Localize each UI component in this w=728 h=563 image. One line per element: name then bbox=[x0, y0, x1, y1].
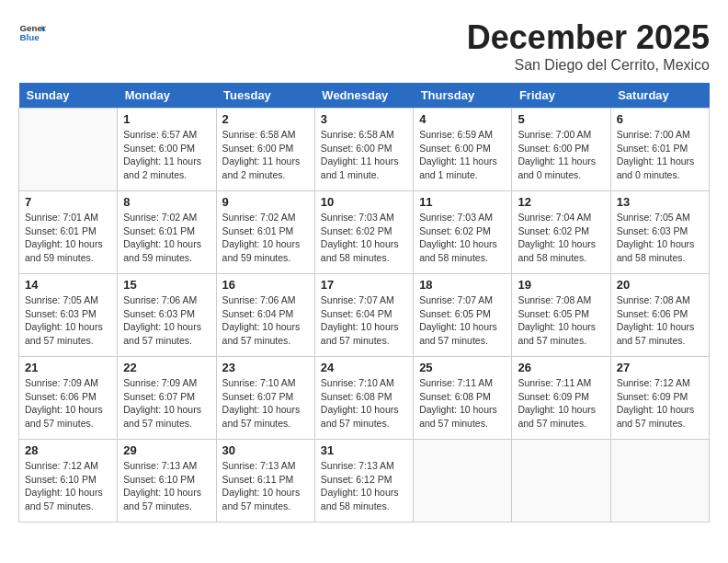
calendar-table: SundayMondayTuesdayWednesdayThursdayFrid… bbox=[18, 83, 710, 523]
calendar-cell: 17Sunrise: 7:07 AM Sunset: 6:04 PM Dayli… bbox=[314, 274, 413, 357]
calendar-week-4: 21Sunrise: 7:09 AM Sunset: 6:06 PM Dayli… bbox=[19, 357, 710, 440]
calendar-cell: 27Sunrise: 7:12 AM Sunset: 6:09 PM Dayli… bbox=[610, 357, 709, 440]
day-info: Sunrise: 7:10 AM Sunset: 6:08 PM Dayligh… bbox=[321, 376, 407, 431]
day-info: Sunrise: 7:05 AM Sunset: 6:03 PM Dayligh… bbox=[25, 293, 111, 348]
calendar-cell: 15Sunrise: 7:06 AM Sunset: 6:03 PM Dayli… bbox=[118, 274, 216, 357]
calendar-cell: 8Sunrise: 7:02 AM Sunset: 6:01 PM Daylig… bbox=[118, 191, 216, 274]
calendar-week-5: 28Sunrise: 7:12 AM Sunset: 6:10 PM Dayli… bbox=[19, 440, 710, 523]
day-number: 3 bbox=[321, 112, 407, 126]
calendar-cell: 30Sunrise: 7:13 AM Sunset: 6:11 PM Dayli… bbox=[216, 440, 314, 523]
calendar-cell bbox=[414, 440, 512, 523]
day-info: Sunrise: 7:11 AM Sunset: 6:08 PM Dayligh… bbox=[419, 376, 506, 431]
calendar-cell: 22Sunrise: 7:09 AM Sunset: 6:07 PM Dayli… bbox=[118, 357, 216, 440]
day-number: 9 bbox=[222, 195, 309, 209]
calendar-cell: 23Sunrise: 7:10 AM Sunset: 6:07 PM Dayli… bbox=[216, 357, 314, 440]
calendar-week-2: 7Sunrise: 7:01 AM Sunset: 6:01 PM Daylig… bbox=[19, 191, 710, 274]
calendar-header-row: SundayMondayTuesdayWednesdayThursdayFrid… bbox=[19, 83, 710, 109]
calendar-body: 1Sunrise: 6:57 AM Sunset: 6:00 PM Daylig… bbox=[19, 109, 710, 523]
page-header: General Blue December 2025 San Diego del… bbox=[18, 18, 710, 74]
day-number: 21 bbox=[25, 361, 111, 374]
calendar-cell: 25Sunrise: 7:11 AM Sunset: 6:08 PM Dayli… bbox=[414, 357, 512, 440]
day-number: 22 bbox=[123, 361, 210, 374]
location: San Diego del Cerrito, Mexico bbox=[467, 57, 710, 74]
day-info: Sunrise: 7:09 AM Sunset: 6:06 PM Dayligh… bbox=[25, 376, 111, 431]
calendar-cell: 18Sunrise: 7:07 AM Sunset: 6:05 PM Dayli… bbox=[414, 274, 512, 357]
day-number: 17 bbox=[321, 278, 407, 292]
calendar-cell: 12Sunrise: 7:04 AM Sunset: 6:02 PM Dayli… bbox=[512, 191, 610, 274]
day-number: 4 bbox=[419, 112, 506, 126]
day-info: Sunrise: 7:06 AM Sunset: 6:04 PM Dayligh… bbox=[222, 293, 309, 348]
calendar-cell: 11Sunrise: 7:03 AM Sunset: 6:02 PM Dayli… bbox=[414, 191, 512, 274]
day-info: Sunrise: 7:08 AM Sunset: 6:06 PM Dayligh… bbox=[617, 293, 703, 348]
day-info: Sunrise: 7:07 AM Sunset: 6:04 PM Dayligh… bbox=[321, 293, 407, 348]
day-number: 23 bbox=[222, 361, 309, 374]
day-number: 6 bbox=[617, 112, 703, 126]
day-info: Sunrise: 7:03 AM Sunset: 6:02 PM Dayligh… bbox=[419, 211, 506, 265]
column-header-tuesday: Tuesday bbox=[216, 83, 314, 109]
calendar-cell: 28Sunrise: 7:12 AM Sunset: 6:10 PM Dayli… bbox=[19, 440, 118, 523]
day-number: 1 bbox=[123, 112, 210, 126]
day-number: 20 bbox=[617, 278, 703, 292]
column-header-friday: Friday bbox=[512, 83, 610, 109]
day-info: Sunrise: 7:02 AM Sunset: 6:01 PM Dayligh… bbox=[222, 211, 309, 265]
day-number: 7 bbox=[25, 195, 111, 209]
calendar-cell: 1Sunrise: 6:57 AM Sunset: 6:00 PM Daylig… bbox=[118, 109, 216, 191]
day-info: Sunrise: 7:12 AM Sunset: 6:09 PM Dayligh… bbox=[617, 376, 703, 431]
day-info: Sunrise: 7:13 AM Sunset: 6:11 PM Dayligh… bbox=[222, 459, 309, 513]
day-info: Sunrise: 7:13 AM Sunset: 6:10 PM Dayligh… bbox=[123, 459, 210, 513]
calendar-cell: 24Sunrise: 7:10 AM Sunset: 6:08 PM Dayli… bbox=[314, 357, 413, 440]
calendar-cell: 14Sunrise: 7:05 AM Sunset: 6:03 PM Dayli… bbox=[19, 274, 118, 357]
calendar-cell: 13Sunrise: 7:05 AM Sunset: 6:03 PM Dayli… bbox=[610, 191, 709, 274]
calendar-cell: 2Sunrise: 6:58 AM Sunset: 6:00 PM Daylig… bbox=[216, 109, 314, 191]
day-number: 5 bbox=[518, 112, 604, 126]
day-info: Sunrise: 7:00 AM Sunset: 6:01 PM Dayligh… bbox=[617, 128, 703, 182]
calendar-cell: 20Sunrise: 7:08 AM Sunset: 6:06 PM Dayli… bbox=[610, 274, 709, 357]
calendar-cell: 29Sunrise: 7:13 AM Sunset: 6:10 PM Dayli… bbox=[118, 440, 216, 523]
logo: General Blue bbox=[18, 18, 46, 46]
day-number: 14 bbox=[25, 278, 111, 292]
calendar-cell: 21Sunrise: 7:09 AM Sunset: 6:06 PM Dayli… bbox=[19, 357, 118, 440]
day-number: 16 bbox=[222, 278, 309, 292]
day-number: 2 bbox=[222, 112, 309, 126]
day-info: Sunrise: 7:01 AM Sunset: 6:01 PM Dayligh… bbox=[25, 211, 111, 265]
calendar-cell bbox=[512, 440, 610, 523]
day-number: 26 bbox=[518, 361, 604, 374]
day-number: 10 bbox=[321, 195, 407, 209]
month-title: December 2025 bbox=[467, 18, 710, 57]
day-number: 24 bbox=[321, 361, 407, 374]
day-info: Sunrise: 7:03 AM Sunset: 6:02 PM Dayligh… bbox=[321, 211, 407, 265]
day-info: Sunrise: 7:08 AM Sunset: 6:05 PM Dayligh… bbox=[518, 293, 604, 348]
day-info: Sunrise: 6:58 AM Sunset: 6:00 PM Dayligh… bbox=[321, 128, 407, 182]
calendar-cell: 3Sunrise: 6:58 AM Sunset: 6:00 PM Daylig… bbox=[314, 109, 413, 191]
column-header-wednesday: Wednesday bbox=[314, 83, 413, 109]
calendar-cell bbox=[610, 440, 709, 523]
column-header-monday: Monday bbox=[118, 83, 216, 109]
day-info: Sunrise: 7:00 AM Sunset: 6:00 PM Dayligh… bbox=[518, 128, 604, 182]
day-info: Sunrise: 7:13 AM Sunset: 6:12 PM Dayligh… bbox=[321, 459, 407, 513]
day-info: Sunrise: 6:57 AM Sunset: 6:00 PM Dayligh… bbox=[123, 128, 210, 182]
calendar-cell: 19Sunrise: 7:08 AM Sunset: 6:05 PM Dayli… bbox=[512, 274, 610, 357]
day-number: 28 bbox=[25, 443, 111, 457]
day-number: 30 bbox=[222, 443, 309, 457]
calendar-week-1: 1Sunrise: 6:57 AM Sunset: 6:00 PM Daylig… bbox=[19, 109, 710, 191]
day-info: Sunrise: 7:04 AM Sunset: 6:02 PM Dayligh… bbox=[518, 211, 604, 265]
day-info: Sunrise: 6:58 AM Sunset: 6:00 PM Dayligh… bbox=[222, 128, 309, 182]
day-number: 25 bbox=[419, 361, 506, 374]
day-number: 15 bbox=[123, 278, 210, 292]
calendar-cell: 26Sunrise: 7:11 AM Sunset: 6:09 PM Dayli… bbox=[512, 357, 610, 440]
day-info: Sunrise: 7:07 AM Sunset: 6:05 PM Dayligh… bbox=[419, 293, 506, 348]
day-number: 8 bbox=[123, 195, 210, 209]
day-info: Sunrise: 7:12 AM Sunset: 6:10 PM Dayligh… bbox=[25, 459, 111, 513]
calendar-cell: 31Sunrise: 7:13 AM Sunset: 6:12 PM Dayli… bbox=[314, 440, 413, 523]
column-header-sunday: Sunday bbox=[19, 83, 118, 109]
calendar-cell: 4Sunrise: 6:59 AM Sunset: 6:00 PM Daylig… bbox=[414, 109, 512, 191]
title-block: December 2025 San Diego del Cerrito, Mex… bbox=[467, 18, 710, 74]
day-number: 18 bbox=[419, 278, 506, 292]
column-header-thursday: Thursday bbox=[414, 83, 512, 109]
day-number: 11 bbox=[419, 195, 506, 209]
day-number: 19 bbox=[518, 278, 604, 292]
logo-icon: General Blue bbox=[18, 18, 46, 46]
calendar-week-3: 14Sunrise: 7:05 AM Sunset: 6:03 PM Dayli… bbox=[19, 274, 710, 357]
calendar-cell: 5Sunrise: 7:00 AM Sunset: 6:00 PM Daylig… bbox=[512, 109, 610, 191]
calendar-cell: 9Sunrise: 7:02 AM Sunset: 6:01 PM Daylig… bbox=[216, 191, 314, 274]
